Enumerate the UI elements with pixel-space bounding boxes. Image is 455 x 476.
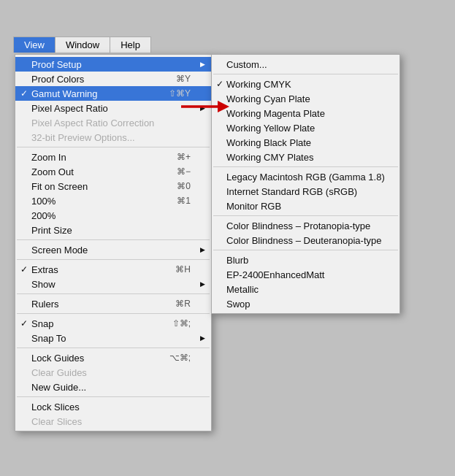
200pct-item[interactable]: 200%	[15, 208, 211, 223]
ep2400-item[interactable]: EP-2400EnhancedMatt	[212, 267, 399, 282]
rulers-item[interactable]: Rulers ⌘R	[15, 296, 211, 311]
working-cmy-label: Working CMY Plates	[226, 152, 313, 163]
gamut-warning-label: Gamut Warning	[31, 88, 98, 99]
screen-mode-item[interactable]: Screen Mode	[15, 242, 211, 257]
zoom-out-shortcut: ⌘−	[177, 166, 191, 177]
color-blind-deu-label: Color Blindness – Deuteranopia-type	[226, 235, 381, 246]
internet-srgb-item[interactable]: Internet Standard RGB (sRGB)	[212, 184, 399, 199]
fit-on-screen-shortcut: ⌘0	[177, 181, 191, 191]
pixel-aspect-correction-item: Pixel Aspect Ratio Correction	[15, 115, 211, 130]
32bit-preview-label: 32-bit Preview Options...	[31, 132, 135, 143]
clear-guides-item: Clear Guides	[15, 365, 211, 380]
fit-on-screen-item[interactable]: Fit on Screen ⌘0	[15, 179, 211, 193]
window-menu-item[interactable]: Window	[56, 37, 110, 53]
working-cmyk-label: Working CMYK	[226, 79, 291, 90]
snap-shortcut: ⇧⌘;	[172, 318, 191, 329]
custom-item[interactable]: Custom...	[212, 57, 399, 72]
lock-guides-shortcut: ⌥⌘;	[169, 353, 191, 363]
print-size-label: Print Size	[31, 225, 72, 236]
rulers-label: Rulers	[31, 299, 59, 310]
zoom-out-label: Zoom Out	[31, 166, 74, 177]
snap-label: Snap	[31, 318, 53, 329]
extras-item[interactable]: Extras ⌘H	[15, 262, 211, 277]
lock-guides-item[interactable]: Lock Guides ⌥⌘;	[15, 350, 211, 365]
swop-label: Swop	[226, 299, 251, 310]
sub-separator-1	[213, 74, 398, 74]
swop-item[interactable]: Swop	[212, 296, 399, 311]
lock-slices-item[interactable]: Lock Slices	[15, 399, 211, 414]
monitor-rgb-item[interactable]: Monitor RGB	[212, 199, 399, 213]
proof-colors-shortcut: ⌘Y	[176, 74, 191, 84]
new-guide-label: New Guide...	[31, 382, 86, 393]
pixel-aspect-correction-label: Pixel Aspect Ratio Correction	[31, 118, 154, 128]
screen-mode-label: Screen Mode	[31, 245, 88, 256]
working-magenta-item[interactable]: Working Magenta Plate	[212, 106, 399, 120]
metallic-label: Metallic	[226, 284, 259, 295]
zoom-in-item[interactable]: Zoom In ⌘+	[15, 150, 211, 164]
blurb-item[interactable]: Blurb	[212, 253, 399, 267]
color-blind-deu-item[interactable]: Color Blindness – Deuteranopia-type	[212, 233, 399, 247]
monitor-rgb-label: Monitor RGB	[226, 201, 281, 212]
working-cmyk-item[interactable]: Working CMYK	[212, 77, 399, 91]
ep2400-label: EP-2400EnhancedMatt	[226, 269, 324, 280]
working-cyan-item[interactable]: Working Cyan Plate	[212, 91, 399, 106]
separator-6	[17, 348, 210, 348]
svg-marker-1	[218, 101, 229, 112]
clear-guides-label: Clear Guides	[31, 367, 87, 378]
separator-3	[17, 259, 210, 260]
proof-setup-submenu: Custom... Working CMYK Working Cyan Plat…	[211, 54, 400, 314]
view-menu-item[interactable]: View	[14, 37, 56, 53]
blurb-label: Blurb	[226, 255, 248, 266]
sub-separator-2	[213, 166, 398, 167]
zoom-out-item[interactable]: Zoom Out ⌘−	[15, 164, 211, 179]
working-black-label: Working Black Plate	[226, 137, 311, 148]
color-blind-pro-label: Color Blindness – Protanopia-type	[226, 220, 370, 231]
color-blind-pro-item[interactable]: Color Blindness – Protanopia-type	[212, 218, 399, 233]
proof-setup-item[interactable]: Proof Setup	[15, 57, 211, 72]
legacy-mac-item[interactable]: Legacy Macintosh RGB (Gamma 1.8)	[212, 169, 399, 184]
separator-1	[17, 147, 210, 147]
separator-7	[17, 396, 210, 397]
sub-separator-3	[213, 215, 398, 216]
snap-to-label: Snap To	[31, 333, 66, 344]
pixel-aspect-ratio-label: Pixel Aspect Ratio	[31, 103, 108, 114]
custom-label: Custom...	[226, 59, 267, 70]
rulers-shortcut: ⌘R	[175, 299, 191, 309]
lock-slices-label: Lock Slices	[31, 402, 80, 412]
proof-colors-item[interactable]: Proof Colors ⌘Y	[15, 72, 211, 86]
print-size-item[interactable]: Print Size	[15, 223, 211, 237]
proof-setup-label: Proof Setup	[31, 59, 82, 70]
separator-2	[17, 239, 210, 240]
show-label: Show	[31, 279, 56, 290]
top-menu-bar: View Window Help	[13, 37, 151, 53]
working-black-item[interactable]: Working Black Plate	[212, 135, 399, 150]
zoom-in-shortcut: ⌘+	[177, 152, 191, 162]
working-yellow-label: Working Yellow Plate	[226, 123, 315, 134]
separator-5	[17, 313, 210, 314]
fit-on-screen-label: Fit on Screen	[31, 181, 88, 192]
clear-slices-label: Clear Slices	[31, 416, 82, 427]
working-magenta-label: Working Magenta Plate	[226, 108, 325, 119]
proof-colors-label: Proof Colors	[31, 74, 84, 85]
working-cyan-label: Working Cyan Plate	[226, 93, 310, 104]
clear-slices-item: Clear Slices	[15, 414, 211, 429]
sub-separator-4	[213, 250, 398, 250]
200pct-label: 200%	[31, 210, 56, 221]
working-yellow-item[interactable]: Working Yellow Plate	[212, 120, 399, 135]
snap-to-item[interactable]: Snap To	[15, 331, 211, 345]
working-cmy-item[interactable]: Working CMY Plates	[212, 150, 399, 164]
zoom-in-label: Zoom In	[31, 152, 66, 163]
internet-srgb-label: Internet Standard RGB (sRGB)	[226, 186, 357, 197]
show-item[interactable]: Show	[15, 277, 211, 291]
extras-label: Extras	[31, 264, 58, 275]
lock-guides-label: Lock Guides	[31, 353, 84, 364]
snap-item[interactable]: Snap ⇧⌘;	[15, 316, 211, 331]
32bit-preview-item: 32-bit Preview Options...	[15, 130, 211, 145]
legacy-mac-label: Legacy Macintosh RGB (Gamma 1.8)	[226, 172, 385, 183]
separator-4	[17, 293, 210, 294]
help-menu-item[interactable]: Help	[110, 37, 150, 53]
extras-shortcut: ⌘H	[175, 264, 191, 275]
100pct-item[interactable]: 100% ⌘1	[15, 193, 211, 208]
metallic-item[interactable]: Metallic	[212, 282, 399, 296]
new-guide-item[interactable]: New Guide...	[15, 380, 211, 394]
